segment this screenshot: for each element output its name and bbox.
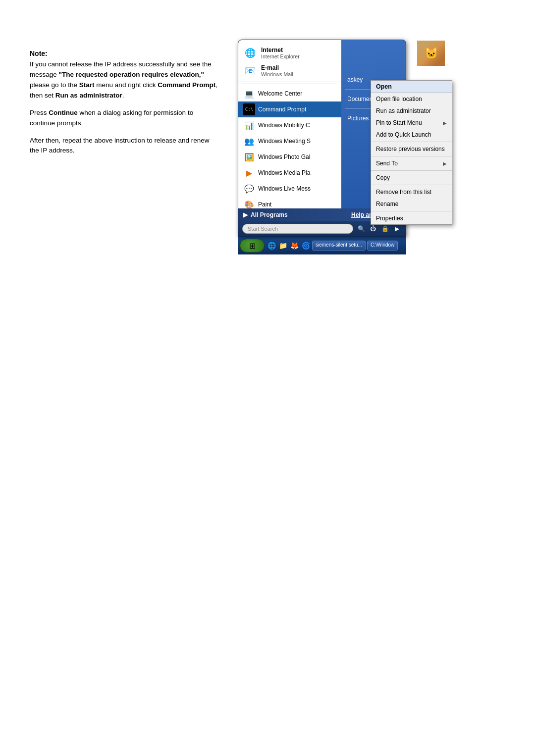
- taskbar: ⊞ 🌐 📁 🦊 🌀 siemens-silent setu... C:\Wind…: [238, 237, 406, 254]
- meeting-label: Windows Meeting S: [258, 138, 311, 145]
- lock-button[interactable]: 🔒: [380, 224, 390, 234]
- meeting-icon: 👥: [243, 135, 255, 147]
- power-button[interactable]: ⏻: [368, 224, 378, 234]
- media-label: Windows Media Pla: [258, 169, 310, 176]
- context-menu-header: Open: [371, 81, 452, 93]
- internet-item[interactable]: 🌐 Internet Internet Explorer: [238, 44, 341, 62]
- command-prompt-label: Command Prompt: [258, 106, 306, 113]
- command-prompt-item[interactable]: C:\ Command Prompt: [238, 101, 341, 117]
- taskbar-extra-icon[interactable]: 🌀: [301, 241, 311, 251]
- mobility-icon: 📊: [243, 119, 255, 131]
- email-item[interactable]: 📧 E-mail Windows Mail: [238, 62, 341, 80]
- internet-name: Internet: [261, 47, 300, 53]
- all-programs-arrow: ▶: [243, 211, 248, 218]
- search-placeholder: Start Search: [248, 226, 278, 232]
- pinned-section: 🌐 Internet Internet Explorer 📧 E-mail: [238, 40, 341, 82]
- livemess-item[interactable]: 💬 Windows Live Mess: [238, 181, 341, 197]
- paint-label: Paint: [258, 201, 271, 208]
- user-avatar: 🐱: [416, 40, 446, 67]
- context-remove-list[interactable]: Remove from this list: [371, 186, 452, 198]
- welcome-label: Welcome Center: [258, 90, 302, 97]
- livemess-icon: 💬: [243, 183, 255, 195]
- menu-separator-1: [242, 84, 337, 84]
- context-separator-1: [371, 142, 452, 142]
- context-restore-prev[interactable]: Restore previous versions: [371, 143, 452, 155]
- paint-icon: 🎨: [243, 199, 255, 208]
- arrow-button[interactable]: ▶: [392, 224, 402, 234]
- note-paragraph2: Press Continue when a dialog asking for …: [30, 108, 218, 129]
- email-name: E-mail: [261, 64, 293, 71]
- photo-icon: 🖼️: [243, 151, 255, 163]
- internet-subname: Internet Explorer: [261, 53, 300, 59]
- context-separator-3: [371, 170, 452, 171]
- note-label: Note:: [30, 50, 218, 57]
- send-to-arrow: ▶: [443, 161, 447, 166]
- context-add-quick-launch[interactable]: Add to Quick Launch: [371, 129, 452, 141]
- photo-item[interactable]: 🖼️ Windows Photo Gal: [238, 149, 341, 165]
- note-paragraph3: After then, repeat the above instruction…: [30, 136, 218, 156]
- welcome-item[interactable]: 💻 Welcome Center: [238, 86, 341, 101]
- context-separator-4: [371, 185, 452, 185]
- media-item[interactable]: ▶ Windows Media Pla: [238, 165, 341, 181]
- taskbar-firefox-icon[interactable]: 🦊: [289, 241, 299, 251]
- livemess-label: Windows Live Mess: [258, 185, 311, 192]
- start-button[interactable]: ⊞: [240, 239, 265, 252]
- recent-section: 💻 Welcome Center C:\ Command Prompt 📊 Wi…: [238, 86, 341, 208]
- paint-item[interactable]: 🎨 Paint: [238, 197, 341, 208]
- context-copy[interactable]: Copy: [371, 172, 452, 184]
- taskbar-cwindow[interactable]: C:\Window: [367, 241, 398, 251]
- context-separator-2: [371, 156, 452, 156]
- cmd-icon: C:\: [243, 103, 255, 115]
- media-icon: ▶: [243, 167, 255, 179]
- search-button[interactable]: 🔍: [356, 224, 366, 234]
- start-orb-icon: ⊞: [249, 241, 256, 251]
- mobility-label: Windows Mobility C: [258, 122, 310, 129]
- taskbar-ie-icon[interactable]: 🌐: [267, 241, 276, 251]
- start-menu-container: 🐱 🌐 Internet Internet Explorer: [238, 40, 446, 254]
- context-open-file-location[interactable]: Open file location: [371, 93, 452, 105]
- pin-start-arrow: ▶: [443, 120, 447, 126]
- taskbar-folder-icon[interactable]: 📁: [278, 241, 288, 251]
- context-menu: Open Open file location Run as administr…: [371, 80, 452, 225]
- start-menu-left: 🌐 Internet Internet Explorer 📧 E-mail: [238, 40, 341, 208]
- search-icons: 🔍 ⏻ 🔒 ▶: [356, 224, 402, 234]
- context-rename[interactable]: Rename: [371, 198, 452, 210]
- meeting-item[interactable]: 👥 Windows Meeting S: [238, 133, 341, 149]
- welcome-icon: 💻: [243, 88, 255, 100]
- internet-icon: 🌐: [243, 46, 257, 60]
- email-subname: Windows Mail: [261, 71, 293, 77]
- context-separator-5: [371, 211, 452, 211]
- mobility-item[interactable]: 📊 Windows Mobility C: [238, 117, 341, 133]
- context-send-to[interactable]: Send To ▶: [371, 157, 452, 169]
- context-pin-start[interactable]: Pin to Start Menu ▶: [371, 117, 452, 129]
- context-properties[interactable]: Properties: [371, 212, 452, 224]
- context-run-as-admin[interactable]: Run as administrator: [371, 105, 452, 117]
- note-paragraph1: If you cannot release the IP address suc…: [30, 59, 218, 101]
- photo-label: Windows Photo Gal: [258, 153, 310, 160]
- text-section: Note: If you cannot release the IP addre…: [30, 40, 218, 254]
- search-input[interactable]: Start Search: [242, 224, 353, 234]
- taskbar-items: 🌐 📁 🦊 🌀 siemens-silent setu... C:\Window: [267, 241, 404, 251]
- screenshot-section: 🐱 🌐 Internet Internet Explorer: [238, 40, 505, 254]
- all-programs-label: All Programs: [251, 211, 288, 218]
- email-icon: 📧: [243, 64, 257, 78]
- taskbar-siemens[interactable]: siemens-silent setu...: [312, 241, 366, 251]
